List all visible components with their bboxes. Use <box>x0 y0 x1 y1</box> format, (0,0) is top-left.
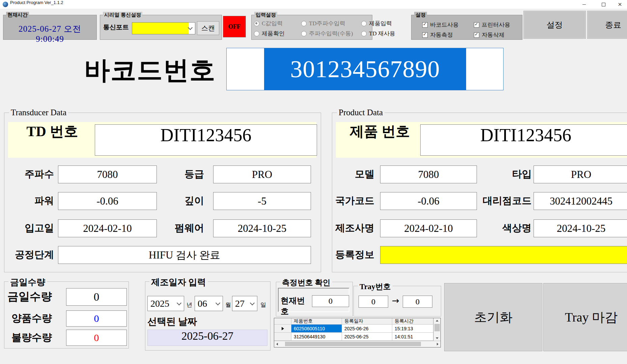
product-number-label: 제품 번호 <box>339 122 420 158</box>
radio-icon <box>361 21 367 26</box>
scroll-left-icon[interactable] <box>276 343 278 345</box>
registration-info-input[interactable] <box>380 246 627 264</box>
registration-info-label: 등록정보 <box>332 246 374 263</box>
firmware-input[interactable]: 2024-10-25 <box>213 219 311 237</box>
tray-close-button[interactable]: Tray 마감 <box>544 283 627 351</box>
exit-button[interactable]: 종료 <box>588 11 627 38</box>
scroll-right-icon[interactable] <box>437 343 438 345</box>
settings-button[interactable]: 설정 <box>524 11 586 38</box>
reset-button[interactable]: 초기화 <box>445 283 542 351</box>
month-value: 06 <box>195 298 216 309</box>
grid-cell-reg-time[interactable]: 14:01:51 <box>392 333 433 341</box>
tray-to-input[interactable]: 0 <box>403 296 432 308</box>
settings-group-title: 설정 <box>414 12 427 18</box>
year-combo[interactable]: 2025 <box>147 296 184 311</box>
checkbox-icon <box>474 22 479 28</box>
measure-number-group-title: 측정번호 확인 <box>280 277 332 288</box>
radio-icon <box>254 21 259 26</box>
input-settings-group-title: 입력설정 <box>254 12 277 18</box>
type-label: 타입 <box>472 165 532 183</box>
comm-port-value <box>132 23 189 34</box>
checkbox-barcode-use[interactable]: 바코드사용 <box>422 21 459 29</box>
grid-row-selector[interactable] <box>274 333 291 341</box>
scan-button[interactable]: 스캔 <box>197 22 219 35</box>
barcode-input[interactable]: 301234567890 <box>226 48 504 90</box>
grade-label: 등급 <box>155 165 204 183</box>
checkbox-printer-use[interactable]: 프린터사용 <box>474 21 510 29</box>
current-number-input[interactable]: 0 <box>312 295 349 307</box>
scroll-down-icon[interactable] <box>436 337 438 339</box>
transducer-data-title: Transducer Data <box>9 108 68 117</box>
row-arrow-icon <box>282 327 284 330</box>
receive-date-input[interactable]: 2024-02-10 <box>58 219 157 237</box>
minimize-icon <box>582 4 586 5</box>
scrollbar-thumb[interactable] <box>285 342 421 346</box>
country-code-input[interactable]: -0.06 <box>380 192 477 210</box>
mfg-date-group-title: 제조일자 입력 <box>149 276 208 288</box>
checkbox-icon <box>422 32 428 38</box>
radio-frequency-input-manual[interactable]: 주파수입력(수동) <box>301 30 353 37</box>
radio-td-frequency-input[interactable]: TD주파수입력 <box>301 20 345 27</box>
title-bar: Product Program Ver_1.1.2 × <box>0 0 627 9</box>
radio-td-reuse[interactable]: TD 재사용 <box>361 30 395 37</box>
tray-from-input[interactable]: 0 <box>359 296 388 308</box>
selected-date-value: 2025-06-27 <box>147 330 267 346</box>
barcode-value: 301234567890 <box>290 55 440 83</box>
year-unit-label: 년 <box>187 301 192 309</box>
checkbox-auto-measure[interactable]: 자동측정 <box>422 31 453 39</box>
color-name-input[interactable]: 2024-10-25 <box>534 219 627 237</box>
radio-c-value-input[interactable]: C값입력 <box>254 20 283 27</box>
close-button[interactable]: × <box>613 0 627 9</box>
type-input[interactable]: PRO <box>534 165 627 183</box>
grid-vertical-scrollbar[interactable] <box>433 318 440 341</box>
day-combo[interactable]: 27 <box>232 296 257 311</box>
scroll-up-icon[interactable] <box>436 320 438 322</box>
chevron-down-icon <box>177 300 181 305</box>
grid-horizontal-scrollbar[interactable] <box>274 341 440 347</box>
grid-row-selector[interactable] <box>274 325 291 333</box>
bad-quantity-label: 불량수량 <box>5 330 52 345</box>
checkbox-icon <box>474 32 479 38</box>
arrow-right-icon: → <box>389 296 402 307</box>
dealer-code-input[interactable]: 302412002445 <box>534 192 627 210</box>
td-number-label: TD 번호 <box>13 122 91 158</box>
grid-cell-reg-date[interactable]: 2025-06-25 <box>342 333 392 341</box>
minimize-button[interactable] <box>577 0 591 9</box>
power-input[interactable]: -0.06 <box>58 192 157 210</box>
product-data-title: Product Data <box>337 108 384 117</box>
grade-input[interactable]: PRO <box>213 165 311 183</box>
barcode-label: 바코드번호 <box>84 53 216 88</box>
grid-col-product-no[interactable]: 제품번호 <box>291 318 342 325</box>
current-time-group-title: 현재시간 <box>6 12 29 18</box>
radio-product-check[interactable]: 제품확인 <box>254 30 285 37</box>
depth-input[interactable]: -5 <box>213 192 311 210</box>
daily-quantity-group-title: 금일수량 <box>8 276 47 288</box>
product-number-input[interactable]: DITI123456 <box>420 124 627 156</box>
grid-cell-reg-date[interactable]: 2025-06-26 <box>342 325 392 333</box>
manufacturer-input[interactable]: 2024-02-10 <box>380 219 477 237</box>
restore-icon <box>602 3 605 6</box>
current-time-value: 2025-06-27 오전 9:00:49 <box>3 23 96 44</box>
checkbox-auto-delete[interactable]: 자동삭제 <box>474 31 505 39</box>
firmware-label: 펌웨어 <box>155 219 204 237</box>
grid-col-reg-time[interactable]: 등록시간 <box>392 318 433 325</box>
maximize-button[interactable] <box>596 0 610 9</box>
radio-icon <box>254 31 259 36</box>
grid-cell-reg-time[interactable]: 15:19:13 <box>392 325 433 333</box>
grid-col-reg-date[interactable]: 등록일자 <box>342 318 392 325</box>
comm-port-label: 통신포트 <box>103 23 130 34</box>
scrollbar-thumb[interactable] <box>434 324 440 331</box>
grid-cell-product-no[interactable]: 602506005110 <box>291 325 342 333</box>
month-combo[interactable]: 06 <box>195 296 223 311</box>
country-code-label: 국가코드 <box>332 192 374 209</box>
frequency-input[interactable]: 7080 <box>58 165 157 183</box>
off-button[interactable]: OFF <box>223 16 246 37</box>
radio-icon <box>361 31 367 36</box>
model-input[interactable]: 7080 <box>380 165 477 183</box>
process-step-input[interactable]: HIFU 검사 완료 <box>58 246 311 264</box>
radio-product-input[interactable]: 제품입력 <box>361 20 392 27</box>
grid-cell-product-no[interactable]: 312506449130 <box>291 333 342 341</box>
td-number-input[interactable]: DITI123456 <box>95 124 317 156</box>
comm-port-combo[interactable] <box>132 22 195 34</box>
daily-quantity-value: 0 <box>66 288 127 306</box>
